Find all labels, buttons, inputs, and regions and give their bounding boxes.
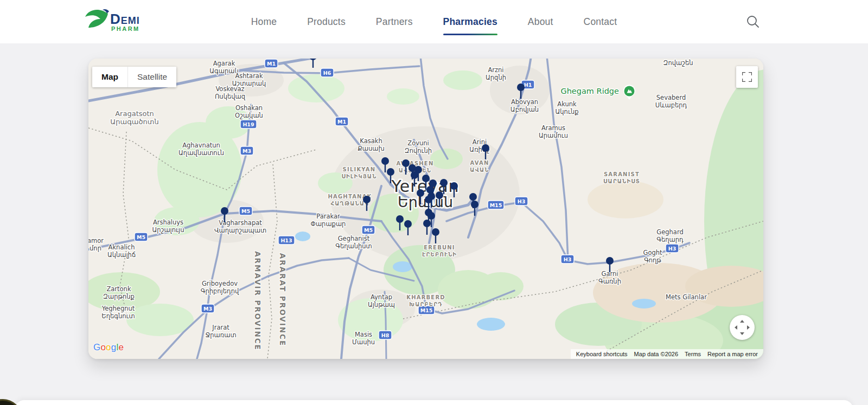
province-label: ARARAT PROVINCE xyxy=(278,253,287,346)
nav-home[interactable]: Home xyxy=(251,16,277,28)
svg-text:M3: M3 xyxy=(203,306,212,312)
svg-text:H1: H1 xyxy=(524,82,532,88)
district-label: SARANISTՍԱՐԱՆԻՍՏ xyxy=(603,171,640,184)
map-type-satellite-button[interactable]: Satellite xyxy=(127,67,176,87)
town-label: GeghanistԳեղանիստ xyxy=(335,235,372,250)
green-area xyxy=(443,70,482,90)
svg-text:M5: M5 xyxy=(137,234,145,240)
pan-control-button[interactable] xyxy=(730,315,755,340)
town-label: AkunkԱկունք xyxy=(556,100,579,115)
district-label: EREBUNIԷՐԵԲՈՒՆԻ xyxy=(422,245,457,258)
town-label: AbovyanԱբովյան xyxy=(510,98,539,113)
terrain-area xyxy=(588,181,663,218)
fullscreen-icon xyxy=(742,72,752,82)
route-badge: H19 xyxy=(240,120,257,128)
town-label: Զովաշեն xyxy=(663,59,693,67)
district-label: KHARBERDԽԱՐԲԵՐԴ xyxy=(406,294,445,307)
keyboard-shortcuts-link[interactable]: Keyboard shortcuts xyxy=(573,351,631,357)
google-logo-letter: g xyxy=(111,342,117,352)
search-button[interactable] xyxy=(745,14,761,29)
town-label: VoskevazՈսկեվազ xyxy=(215,85,246,100)
nav-partners[interactable]: Partners xyxy=(376,16,413,28)
map-type-map-button[interactable]: Map xyxy=(92,67,127,87)
main-nav: Home Products Partners Pharmacies About … xyxy=(0,0,868,43)
green-area xyxy=(288,74,344,102)
town-label: AknalichԱկնալիճ xyxy=(107,243,136,259)
nav-contact[interactable]: Contact xyxy=(584,16,617,28)
route-badge: M1 xyxy=(265,59,278,68)
search-icon xyxy=(745,14,761,29)
svg-text:H13: H13 xyxy=(280,237,292,243)
town-label: ZartonkԶարթոնք xyxy=(103,285,135,300)
google-logo-letter: G xyxy=(93,342,100,352)
report-map-error-link[interactable]: Report a map error xyxy=(704,351,761,357)
town-label: AgarakԱգարակ xyxy=(209,60,238,75)
route-badge: H3 xyxy=(561,255,574,263)
district-label: SILIKYANՍԻԼԻԿՅԱՆ xyxy=(341,166,376,179)
route-badge: M5 xyxy=(362,226,375,234)
district-label: AVANԱՎԱՆ xyxy=(470,160,489,173)
town-label: Mets Gilanlar xyxy=(666,293,707,301)
google-logo-letter: e xyxy=(118,342,124,352)
town-label: OshakanՕշական xyxy=(235,104,263,119)
town-label: VagharshapatՎաղարշապատ xyxy=(214,219,266,234)
route-badge: H13 xyxy=(278,236,295,245)
fullscreen-button[interactable] xyxy=(736,66,758,88)
route-badge: M1 xyxy=(335,117,348,126)
route-badge: M3 xyxy=(201,304,214,313)
route-badge: M5 xyxy=(239,207,252,215)
province-label: ARMAVIR PROVINCE xyxy=(253,251,262,351)
town-label: YeghegnutԵղեգնուտ xyxy=(101,305,135,320)
town-label: GarniԳառնի xyxy=(598,270,621,285)
svg-text:H6: H6 xyxy=(323,70,331,76)
route-badge: H3 xyxy=(666,244,679,253)
map-attribution: Keyboard shortcuts Map data ©2026 Terms … xyxy=(571,349,763,359)
svg-text:H8: H8 xyxy=(381,332,390,338)
nav-pharmacies[interactable]: Pharmacies xyxy=(443,16,497,28)
town-label: SevaberdՍևաբերդ xyxy=(655,94,687,109)
nav-products[interactable]: Products xyxy=(307,16,346,28)
poi-label: Ghegam Ridge xyxy=(560,87,619,95)
svg-text:H19: H19 xyxy=(242,121,254,127)
green-area xyxy=(387,88,419,105)
nav-about[interactable]: About xyxy=(528,16,553,28)
terms-link[interactable]: Terms xyxy=(681,351,704,357)
route-badge: H6 xyxy=(321,68,334,77)
town-label: AghavnatunԱղավնատուն xyxy=(178,142,224,157)
pan-arrows-icon xyxy=(733,318,751,337)
town-label: AramusԱրամուս xyxy=(539,124,568,139)
town-label: ZovuniԶովունի xyxy=(405,139,432,155)
route-badge: M5 xyxy=(135,233,148,241)
svg-text:H3: H3 xyxy=(564,256,572,262)
map-canvas[interactable]: M1H6M1H19M3M5M5H13M3M5M15H8M15H3H3H3H1Ag… xyxy=(88,59,763,359)
route-badge: M3 xyxy=(240,146,253,155)
google-logo[interactable]: Google xyxy=(93,342,124,353)
svg-text:M15: M15 xyxy=(490,202,502,208)
svg-text:M5: M5 xyxy=(364,227,373,233)
next-section-card xyxy=(15,400,853,405)
town-label: AyntapԱյնթապ xyxy=(368,293,395,308)
water-area xyxy=(295,232,310,241)
town-label: ArzniԱրզնի xyxy=(486,66,506,81)
town-label: GriboyedovԳրիբոյեդով xyxy=(201,280,239,295)
map-card: M1H6M1H19M3M5M5H13M3M5M15H8M15H3H3H3H1Ag… xyxy=(88,59,763,359)
town-label: GoghtԳողթ xyxy=(643,249,662,264)
town-label: GeghardԳեղարդ xyxy=(656,228,684,243)
svg-text:M5: M5 xyxy=(241,208,250,214)
google-logo-letter: o xyxy=(106,342,111,352)
svg-text:H3: H3 xyxy=(668,246,676,252)
route-badge: H3 xyxy=(515,197,528,205)
water-area xyxy=(477,318,505,331)
water-area xyxy=(632,299,656,308)
header: Demi PHARM Home Products Partners Pharma… xyxy=(0,0,868,43)
region-label: AragatsotnԱրագածոտն xyxy=(110,110,158,126)
town-label: KasakhՔասախ xyxy=(358,137,385,152)
svg-text:M15: M15 xyxy=(420,307,433,313)
google-logo-letter: o xyxy=(100,342,106,352)
map-type-control: Map Satellite xyxy=(92,67,176,87)
map-data-text: Map data ©2026 xyxy=(631,351,682,357)
svg-text:M1: M1 xyxy=(337,119,346,125)
town-label: MasisՄասիս xyxy=(352,331,375,346)
svg-text:M1: M1 xyxy=(267,61,276,67)
svg-text:M3: M3 xyxy=(242,148,251,154)
